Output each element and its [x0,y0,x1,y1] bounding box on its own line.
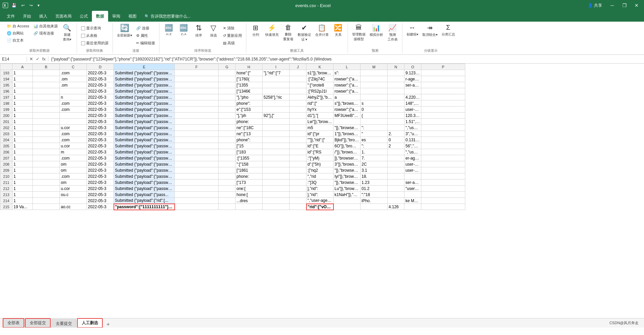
sort-button[interactable]: ⇅ 排序 [192,23,205,39]
table-cell[interactable]: Submitted {"payload":{"password"[ [114,155,175,161]
confirm-formula-button[interactable]: ✓ [35,56,41,62]
clear-button[interactable]: ✕ 清除 [222,25,243,31]
table-cell[interactable]: ":["orote8 [306,82,333,88]
minimize-button[interactable]: ─ [608,1,617,10]
table-cell[interactable]: user-agent":"Mo: [404,106,421,113]
table-cell[interactable] [388,192,404,198]
group-button[interactable]: ↔ 创建组▾ [405,23,420,38]
table-cell[interactable]: Submitted {"payload":{"password" [114,119,175,125]
table-cell[interactable] [263,186,290,192]
table-cell[interactable]: e":["153 [236,106,263,113]
table-cell[interactable]: 92"],[" [263,113,290,119]
table-cell[interactable]: 2022-05-3 [87,137,114,143]
table-cell[interactable]: { [361,113,388,119]
whatif-button[interactable]: 📊 模拟分析 [368,23,385,38]
table-cell[interactable]: rowser":{"addr [333,82,361,88]
table-cell[interactable] [388,173,404,180]
table-cell[interactable] [404,173,421,180]
table-cell[interactable]: one:[ [236,186,263,192]
col-header-C[interactable]: C [60,64,87,70]
table-cell[interactable]: 1 [13,82,33,88]
table-cell[interactable] [219,100,236,106]
table-cell[interactable] [388,119,404,125]
forecast-button[interactable]: 📈 预测工作表 [386,23,399,43]
table-cell[interactable] [361,119,388,125]
tab-home[interactable]: 开始 [19,11,35,22]
table-cell[interactable]: :["Zilq74C [306,76,333,82]
table-cell[interactable]: hone":[" [236,70,263,76]
table-cell[interactable]: ": [361,125,388,131]
table-cell[interactable] [290,70,306,76]
table-cell[interactable] [60,119,87,125]
table-cell[interactable] [33,125,60,131]
table-cell[interactable]: 2022-05-3 [87,88,114,94]
table-cell[interactable]: 1 [13,167,33,173]
col-header-F[interactable]: F [175,64,219,70]
table-cell[interactable] [236,204,263,210]
table-cell[interactable]: ["1346€ [236,88,263,94]
table-cell[interactable] [421,125,465,131]
table-cell[interactable]: u.cor [60,186,87,192]
col-header-M[interactable]: M [361,64,388,70]
table-cell[interactable]: ""]},"rid":[" [306,137,333,143]
table-cell[interactable]: :["1355 [236,155,263,161]
manage-model-button[interactable]: 🏛 管理数据据模型 [351,23,367,42]
table-cell[interactable]: ],"rid": [306,186,333,192]
table-cell[interactable]: u.cor [60,125,87,131]
table-cell[interactable]: 4.220.83","user-a [404,94,421,100]
table-cell[interactable]: m [60,149,87,155]
table-cell[interactable] [333,198,361,204]
col-header-K[interactable]: K [306,64,333,70]
table-cell[interactable] [421,106,465,113]
table-cell[interactable] [175,106,219,113]
table-cell[interactable]: id":["RS [306,149,333,155]
table-cell[interactable]: id":["E [306,143,333,149]
table-cell[interactable]: Submitted {"payload":{"password": [114,125,175,131]
table-cell[interactable]: Lw"]},"browser": [306,119,333,125]
table-cell[interactable]: 1.23 [361,180,388,186]
table-cell[interactable] [263,180,290,186]
table-cell[interactable]: es [361,137,388,143]
access-button[interactable]: 📁 自 Access [5,23,31,29]
table-cell[interactable]: u.cor [60,143,87,149]
table-cell[interactable] [290,167,306,173]
table-cell[interactable]: ["1760( [236,76,263,82]
table-cell[interactable] [421,76,465,82]
remove-dup-button[interactable]: 🗑 删除重复项 [281,23,295,42]
table-cell[interactable]: 1 [13,180,33,186]
table-cell[interactable] [33,100,60,106]
table-cell[interactable]: rowser":{"addr [333,106,361,113]
table-cell[interactable]: ":"18 [361,192,388,198]
table-cell[interactable] [263,76,290,82]
table-cell[interactable]: .com [60,137,87,143]
cancel-formula-button[interactable]: ✕ [28,56,34,62]
table-cell[interactable] [175,180,219,186]
table-cell[interactable]: a [333,94,361,100]
table-cell[interactable] [404,192,421,198]
table-cell[interactable]: ":["158 [236,161,263,167]
table-cell[interactable] [219,204,236,210]
table-cell[interactable]: ne":["13 [236,131,263,137]
table-cell[interactable] [290,173,306,180]
close-button[interactable]: ✕ [632,1,641,10]
table-cell[interactable]: 2022-05-3 [87,173,114,180]
table-cell[interactable] [263,173,290,180]
table-cell[interactable]: phone: [236,173,263,180]
connection-button[interactable]: 🔗 连接 [135,25,156,31]
table-cell[interactable]: s"]},"browser":{ [333,100,361,106]
table-cell[interactable] [421,161,465,167]
table-cell[interactable] [290,155,306,161]
table-cell[interactable]: rid":[" [306,100,333,106]
table-cell[interactable] [263,131,290,137]
tab-file[interactable]: 文件 [3,11,19,22]
table-cell[interactable] [219,76,236,82]
table-cell[interactable]: k1NaH"]},"browser":{"a [333,192,361,198]
table-cell[interactable]: 2022-05-3 [87,113,114,119]
table-cell[interactable]: Submitted {"payload":{"password" [114,76,175,82]
table-cell[interactable] [421,198,465,204]
table-cell[interactable] [219,125,236,131]
table-cell[interactable]: 1 [13,106,33,113]
table-cell[interactable]: 2022-05-3 [87,204,114,210]
table-cell[interactable]: 1 [13,131,33,137]
table-cell[interactable] [33,76,60,82]
